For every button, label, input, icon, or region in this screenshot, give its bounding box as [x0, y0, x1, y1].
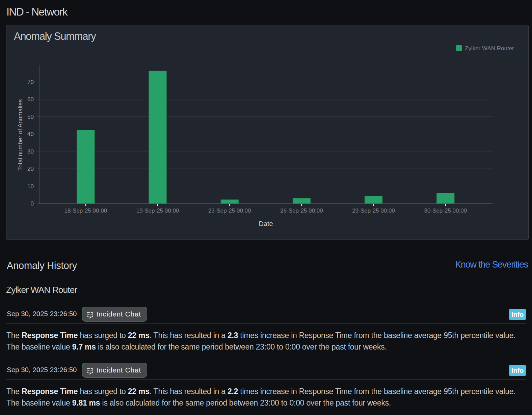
- svg-text:0: 0: [31, 200, 34, 207]
- svg-text:23-Sep-25 00:00: 23-Sep-25 00:00: [208, 208, 251, 214]
- svg-text:29-Sep-25 00:00: 29-Sep-25 00:00: [352, 208, 395, 214]
- svg-text:30-Sep-25 00:00: 30-Sep-25 00:00: [424, 208, 467, 214]
- svg-text:10: 10: [27, 183, 34, 190]
- svg-text:Zylker WAN Router: Zylker WAN Router: [465, 45, 514, 52]
- svg-text:60: 60: [27, 96, 34, 103]
- svg-text:Total number of Anomalies: Total number of Anomalies: [17, 99, 24, 171]
- svg-text:19-Sep-25 00:00: 19-Sep-25 00:00: [136, 208, 179, 214]
- svg-text:40: 40: [27, 131, 34, 137]
- svg-text:Date: Date: [259, 220, 273, 227]
- svg-text:Anomaly Summary: Anomaly Summary: [14, 30, 96, 42]
- svg-text:20: 20: [27, 166, 34, 172]
- svg-text:50: 50: [27, 114, 34, 120]
- svg-text:30: 30: [27, 148, 34, 155]
- svg-text:26-Sep-25 00:00: 26-Sep-25 00:00: [280, 208, 323, 214]
- svg-text:18-Sep-25 00:00: 18-Sep-25 00:00: [64, 208, 107, 214]
- svg-text:70: 70: [27, 79, 34, 85]
